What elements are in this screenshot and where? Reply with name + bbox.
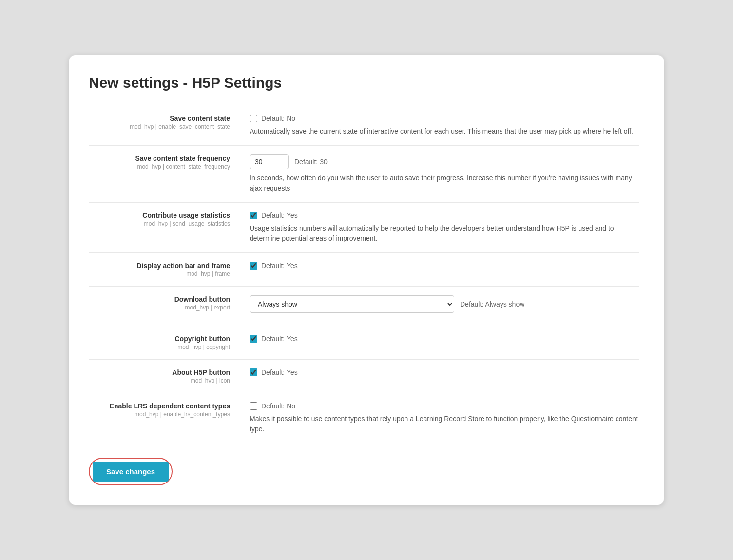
- setting-key: mod_hvp | enable_save_content_state: [89, 123, 230, 130]
- setting-description: Makes it possible to use content types t…: [250, 414, 639, 434]
- settings-card: New settings - H5P Settings Save content…: [69, 55, 664, 505]
- setting-checkbox[interactable]: [250, 335, 257, 343]
- setting-description: Usage statistics numbers will automatica…: [250, 223, 639, 244]
- settings-row: Download button mod_hvp | export Always …: [89, 287, 639, 326]
- settings-row: Enable LRS dependent content types mod_h…: [89, 393, 639, 444]
- setting-select[interactable]: Always showNever showControlled by autho…: [250, 295, 454, 313]
- setting-checkbox[interactable]: [250, 402, 257, 410]
- setting-description: In seconds, how often do you wish the us…: [250, 173, 639, 193]
- setting-label: About H5P button: [89, 368, 230, 376]
- setting-key: mod_hvp | send_usage_statistics: [89, 220, 230, 227]
- setting-key: mod_hvp | content_state_frequency: [89, 163, 230, 170]
- setting-checkbox[interactable]: [250, 262, 257, 270]
- settings-row: Display action bar and frame mod_hvp | f…: [89, 253, 639, 287]
- setting-default: Default: Yes: [261, 368, 298, 376]
- setting-label: Copyright button: [89, 335, 230, 343]
- setting-default: Default: Yes: [261, 212, 298, 219]
- setting-default: Default: Yes: [261, 335, 298, 343]
- setting-label: Contribute usage statistics: [89, 212, 230, 219]
- setting-description: Automatically save the current state of …: [250, 126, 639, 136]
- setting-label: Save content state frequency: [89, 154, 230, 162]
- setting-label: Enable LRS dependent content types: [89, 402, 230, 410]
- setting-label: Display action bar and frame: [89, 262, 230, 270]
- page-title: New settings - H5P Settings: [89, 75, 639, 91]
- setting-label: Save content state: [89, 115, 230, 122]
- setting-number-input[interactable]: [250, 154, 289, 169]
- setting-checkbox[interactable]: [250, 368, 257, 376]
- setting-default: Default: Always show: [460, 300, 524, 308]
- setting-default: Default: 30: [294, 158, 328, 166]
- settings-row: Copyright button mod_hvp | copyright Def…: [89, 326, 639, 360]
- setting-key: mod_hvp | frame: [89, 270, 230, 277]
- setting-default: Default: No: [261, 115, 295, 122]
- setting-key: mod_hvp | enable_lrs_content_types: [89, 411, 230, 418]
- save-changes-button[interactable]: Save changes: [93, 462, 169, 482]
- setting-key: mod_hvp | copyright: [89, 344, 230, 350]
- setting-checkbox[interactable]: [250, 115, 257, 122]
- save-button-wrapper: Save changes: [89, 458, 173, 485]
- setting-key: mod_hvp | export: [89, 304, 230, 311]
- setting-label: Download button: [89, 295, 230, 303]
- setting-default: Default: No: [261, 402, 295, 410]
- setting-key: mod_hvp | icon: [89, 377, 230, 384]
- setting-default: Default: Yes: [261, 262, 298, 270]
- save-changes-container: Save changes: [89, 458, 639, 485]
- settings-table: Save content state mod_hvp | enable_save…: [89, 106, 639, 443]
- setting-checkbox[interactable]: [250, 212, 257, 219]
- settings-row: Save content state mod_hvp | enable_save…: [89, 106, 639, 146]
- settings-row: Contribute usage statistics mod_hvp | se…: [89, 203, 639, 253]
- settings-row: About H5P button mod_hvp | icon Default:…: [89, 360, 639, 393]
- settings-row: Save content state frequency mod_hvp | c…: [89, 146, 639, 203]
